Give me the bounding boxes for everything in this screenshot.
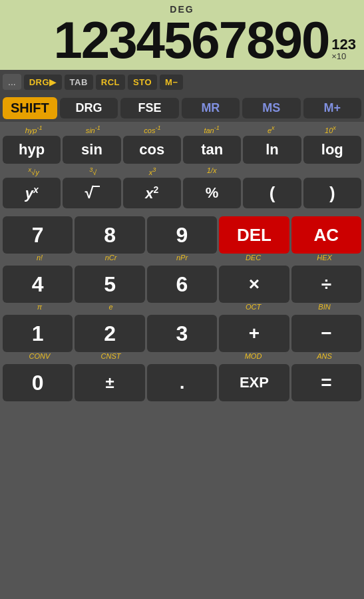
label-hyp-inv: hyp-1	[4, 124, 63, 136]
row-123: 1 2 3 + − CONV CNST MOD ANS	[3, 315, 361, 361]
btn-row-456: 4 5 6 × ÷	[3, 266, 361, 303]
menu-button[interactable]: ...	[3, 74, 21, 90]
deg-label: DEG	[170, 4, 194, 15]
drg-button[interactable]: DRG	[60, 98, 118, 118]
main-number: 1234567890	[53, 14, 329, 66]
label-cbrt: 3√	[63, 166, 122, 178]
m-plus-button[interactable]: M+	[303, 98, 361, 118]
tan-button[interactable]: tan	[183, 136, 241, 164]
multiply-button[interactable]: ×	[219, 266, 289, 303]
btn-5[interactable]: 5	[75, 266, 144, 303]
label-cos-inv: cos-1	[122, 124, 182, 136]
row-123-sublabels: CONV CNST MOD ANS	[3, 352, 361, 361]
btn-6[interactable]: 6	[147, 266, 217, 303]
mr-button[interactable]: MR	[182, 98, 240, 118]
tab-button[interactable]: TAB	[65, 75, 93, 90]
power-btn-row: yx √‾ x2 % ( )	[3, 178, 361, 208]
hyp-button[interactable]: hyp	[3, 136, 61, 164]
label-1x: 1/x	[182, 166, 242, 178]
row-789: 7 8 9 DEL AC n! nCr nPr DEC HEX	[3, 216, 361, 263]
label-hex: HEX	[289, 254, 360, 263]
btn-row-123: 1 2 3 + −	[3, 315, 361, 352]
label-10x: 10x	[301, 124, 360, 136]
label-ans: ANS	[289, 352, 360, 361]
row-789-sublabels: n! nCr nPr DEC HEX	[3, 254, 361, 263]
display-area: DEG 1234567890 123 ×10	[0, 0, 364, 70]
ac-button[interactable]: AC	[291, 216, 361, 254]
row-456-sublabels: π e OCT BIN	[3, 303, 361, 312]
rcl-button[interactable]: RCL	[96, 75, 125, 90]
btn-0[interactable]: 0	[3, 364, 73, 401]
row-0: 0 ± . EXP =	[3, 364, 361, 401]
label-bin: BIN	[289, 303, 360, 312]
top-bar: ... DRG▶ TAB RCL STO M−	[0, 70, 364, 94]
label-empty2	[301, 166, 360, 178]
drg-arrow-button[interactable]: DRG▶	[24, 75, 62, 90]
percent-button[interactable]: %	[183, 178, 241, 208]
label-tan-inv: tan-1	[182, 124, 242, 136]
ln-button[interactable]: ln	[243, 136, 301, 164]
cos-button[interactable]: cos	[123, 136, 181, 164]
power-section: x√y 3√ x3 1/x yx √‾ x2 % ( )	[3, 166, 361, 208]
section-gap-1	[3, 211, 361, 215]
label-empty3	[146, 303, 218, 312]
sqrt-button[interactable]: √‾	[63, 178, 120, 208]
label-ex: ex	[242, 124, 301, 136]
label-sin-inv: sin-1	[63, 124, 122, 136]
sto-button[interactable]: STO	[128, 75, 157, 90]
plus-minus-button[interactable]: ±	[75, 364, 144, 401]
main-display: 1234567890 123 ×10	[8, 14, 356, 66]
label-oct: OCT	[218, 303, 289, 312]
label-nfact: n!	[4, 254, 75, 263]
del-button[interactable]: DEL	[219, 216, 289, 254]
exp-number: 123	[331, 37, 356, 52]
btn-3[interactable]: 3	[147, 315, 217, 352]
btn-8[interactable]: 8	[75, 216, 144, 254]
x2-button[interactable]: x2	[123, 178, 181, 208]
shift-row: SHIFT DRG FSE MR MS M+	[0, 94, 364, 122]
power-label-row: x√y 3√ x3 1/x	[3, 166, 361, 178]
open-paren-button[interactable]: (	[243, 178, 301, 208]
log-button[interactable]: log	[303, 136, 361, 164]
btn-4[interactable]: 4	[3, 266, 73, 303]
label-xrooty: x√y	[4, 166, 63, 178]
label-empty1	[242, 166, 301, 178]
divide-button[interactable]: ÷	[291, 266, 361, 303]
label-mod: MOD	[218, 352, 289, 361]
close-paren-button[interactable]: )	[303, 178, 361, 208]
trig-btn-row: hyp sin cos tan ln log	[3, 136, 361, 164]
shift-button[interactable]: SHIFT	[3, 97, 57, 119]
exponent-area: 123 ×10	[331, 37, 356, 61]
btn-2[interactable]: 2	[75, 315, 144, 352]
label-ncr: nCr	[75, 254, 146, 263]
label-pi: π	[4, 303, 75, 312]
label-empty4	[146, 352, 218, 361]
ms-button[interactable]: MS	[242, 98, 300, 118]
exp-button[interactable]: EXP	[219, 364, 289, 401]
row-456: 4 5 6 × ÷ π e OCT BIN	[3, 266, 361, 312]
label-conv: CONV	[4, 352, 75, 361]
trig-section: hyp-1 sin-1 cos-1 tan-1 ex 10x hyp sin c…	[3, 124, 361, 164]
btn-row-789: 7 8 9 DEL AC	[3, 216, 361, 254]
add-button[interactable]: +	[219, 315, 289, 352]
trig-label-row: hyp-1 sin-1 cos-1 tan-1 ex 10x	[3, 124, 361, 136]
exp-x10: ×10	[331, 52, 346, 61]
btn-row-0: 0 ± . EXP =	[3, 364, 361, 401]
yx-button[interactable]: yx	[3, 178, 61, 208]
label-e: e	[75, 303, 146, 312]
label-dec: DEC	[218, 254, 289, 263]
label-x3: x3	[122, 166, 182, 178]
calc-body: hyp-1 sin-1 cos-1 tan-1 ex 10x hyp sin c…	[0, 122, 364, 599]
btn-9[interactable]: 9	[147, 216, 217, 254]
btn-7[interactable]: 7	[3, 216, 73, 254]
btn-1[interactable]: 1	[3, 315, 73, 352]
label-cnst: CNST	[75, 352, 146, 361]
label-npr: nPr	[146, 254, 218, 263]
sin-button[interactable]: sin	[63, 136, 120, 164]
m-minus-button[interactable]: M−	[160, 75, 183, 90]
decimal-button[interactable]: .	[147, 364, 217, 401]
fse-button[interactable]: FSE	[120, 98, 178, 118]
subtract-button[interactable]: −	[291, 315, 361, 352]
equals-button[interactable]: =	[291, 364, 361, 401]
